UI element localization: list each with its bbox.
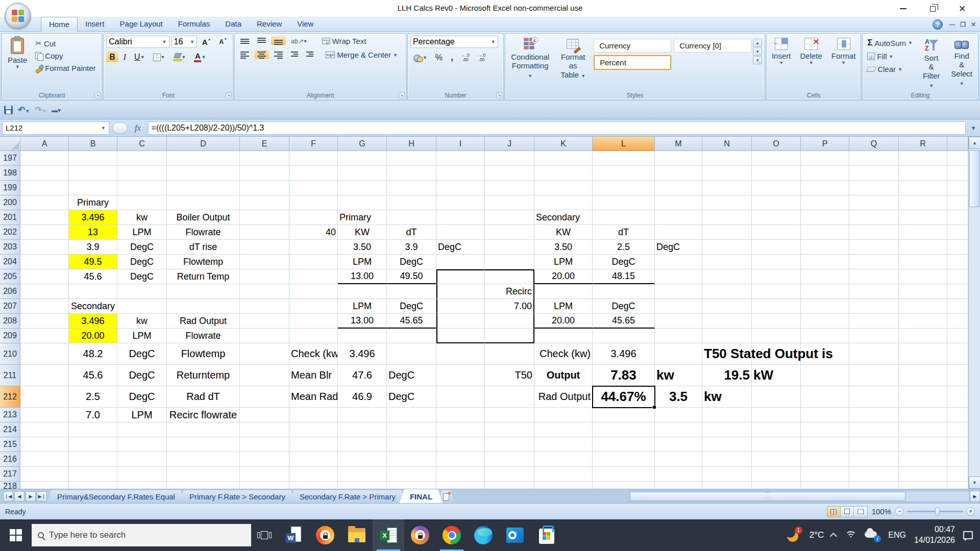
cell-F206[interactable] [289, 284, 338, 299]
cell-K200[interactable] [534, 195, 593, 210]
cell-B210[interactable]: 48.2 [69, 343, 117, 365]
cell-M216[interactable] [655, 452, 702, 467]
cell-J209[interactable] [485, 329, 534, 343]
cell-F211[interactable]: Mean Blr [289, 365, 338, 386]
cell-L214[interactable] [593, 422, 655, 437]
cell-O212[interactable] [752, 386, 801, 408]
cell-K206[interactable] [534, 284, 593, 299]
cell-H202[interactable]: dT [387, 225, 436, 240]
cell-I214[interactable] [436, 422, 485, 437]
cell-L208[interactable]: 45.65 [593, 314, 655, 329]
cell-E206[interactable] [240, 284, 289, 299]
cell-L211[interactable]: 7.83 [593, 365, 655, 386]
cell-B212[interactable]: 2.5 [69, 386, 117, 408]
cell-J211[interactable]: T50 [485, 365, 534, 386]
row-header-204[interactable]: 204 [0, 255, 20, 269]
action-center-icon[interactable] [963, 531, 973, 539]
cell-B216[interactable] [69, 452, 117, 467]
column-header-O[interactable]: O [752, 137, 801, 151]
cell-N202[interactable] [702, 225, 752, 240]
cell-H209[interactable] [387, 329, 436, 343]
cell-K197[interactable] [534, 151, 593, 166]
cell-D204[interactable]: Flowtemp [167, 255, 240, 269]
cell-B208[interactable]: 3.496 [69, 314, 117, 329]
comma-style-button[interactable]: , [448, 51, 456, 64]
cell-J198[interactable] [485, 166, 534, 181]
cut-button[interactable]: ✂Cut [33, 38, 97, 49]
cell-D215[interactable] [167, 437, 240, 452]
cell-M203[interactable]: DegC [655, 240, 702, 255]
cell-R204[interactable] [899, 255, 947, 269]
cell-J197[interactable] [485, 151, 534, 166]
cell-O203[interactable] [752, 240, 801, 255]
cell-M215[interactable] [655, 437, 702, 452]
task-view-button[interactable] [251, 519, 278, 551]
tab-insert[interactable]: Insert [78, 17, 112, 31]
vertical-scroll-thumb[interactable] [969, 150, 980, 207]
cell-C205[interactable]: DegC [117, 269, 167, 284]
cell-B199[interactable] [69, 181, 117, 195]
cell-C204[interactable]: DegC [117, 255, 167, 269]
cell-overflow-area[interactable] [947, 408, 968, 422]
cell-E201[interactable] [240, 210, 289, 225]
autosum-button[interactable]: ΣAutoSum▼ [865, 37, 915, 49]
cell-G215[interactable] [338, 437, 387, 452]
cell-I208[interactable] [436, 314, 485, 329]
cell-D209[interactable]: Flowrate [167, 329, 240, 343]
row-header-202[interactable]: 202 [0, 225, 20, 240]
cell-K217[interactable] [534, 467, 593, 482]
cell-O216[interactable] [752, 452, 801, 467]
cell-B213[interactable]: 7.0 [69, 408, 117, 422]
find-select-button[interactable]: Find &Select ▼ [948, 36, 975, 91]
zoom-slider[interactable] [907, 511, 963, 512]
cell-I201[interactable] [436, 210, 485, 225]
cell-D211[interactable]: Returntemp [167, 365, 240, 386]
cell-P201[interactable] [801, 210, 849, 225]
cell-K212[interactable]: Rad Output [534, 386, 593, 408]
cell-I216[interactable] [436, 452, 485, 467]
cell-overflow-area[interactable] [947, 482, 968, 489]
workbook-minimize-button[interactable]: — [949, 21, 955, 28]
cell-D216[interactable] [167, 452, 240, 467]
cell-P203[interactable] [801, 240, 849, 255]
cell-G199[interactable] [338, 181, 387, 195]
cell-I211[interactable] [436, 365, 485, 386]
taskbar-edge-button[interactable] [468, 519, 499, 551]
accounting-format-button[interactable]: ▼ [410, 53, 430, 63]
cell-O200[interactable] [752, 195, 801, 210]
decrease-decimal-button[interactable]: →.0.00 [475, 52, 489, 63]
cell-I199[interactable] [436, 181, 485, 195]
cell-A205[interactable] [20, 269, 69, 284]
cell-O218[interactable] [752, 482, 801, 489]
cell-A208[interactable] [20, 314, 69, 329]
cell-I218[interactable] [436, 482, 485, 489]
cell-Q198[interactable] [849, 166, 899, 181]
clock[interactable]: 00:47 14/01/2026 [914, 524, 955, 546]
cell-C215[interactable] [117, 437, 167, 452]
cell-L200[interactable] [593, 195, 655, 210]
cell-M198[interactable] [655, 166, 702, 181]
horizontal-scrollbar[interactable] [629, 491, 970, 502]
cell-overflow-area[interactable] [947, 195, 968, 210]
cell-K208[interactable]: 20.00 [534, 314, 593, 329]
cell-R208[interactable] [899, 314, 947, 329]
cell-O209[interactable] [752, 329, 801, 343]
weather-widget[interactable]: 1 [786, 528, 801, 543]
taskbar-file-explorer-button[interactable] [341, 519, 373, 551]
cell-J208[interactable] [485, 314, 534, 329]
cell-C209[interactable]: LPM [117, 329, 167, 343]
number-format-combo[interactable]: Percentage▼ [410, 36, 498, 48]
cell-I200[interactable] [436, 195, 485, 210]
cell-J201[interactable] [485, 210, 534, 225]
cell-G201[interactable]: Primary [338, 210, 387, 225]
cell-H212[interactable]: DegC [387, 386, 436, 408]
cell-K202[interactable]: KW [534, 225, 593, 240]
column-header-blank[interactable] [947, 137, 968, 151]
cell-A206[interactable] [20, 284, 69, 299]
cell-B218[interactable] [69, 482, 117, 489]
workbook-restore-button[interactable]: ❐ [960, 21, 966, 28]
row-header-211[interactable]: 211 [0, 365, 20, 386]
wifi-icon[interactable] [845, 531, 856, 539]
cell-P198[interactable] [801, 166, 849, 181]
cell-N207[interactable] [702, 299, 752, 314]
